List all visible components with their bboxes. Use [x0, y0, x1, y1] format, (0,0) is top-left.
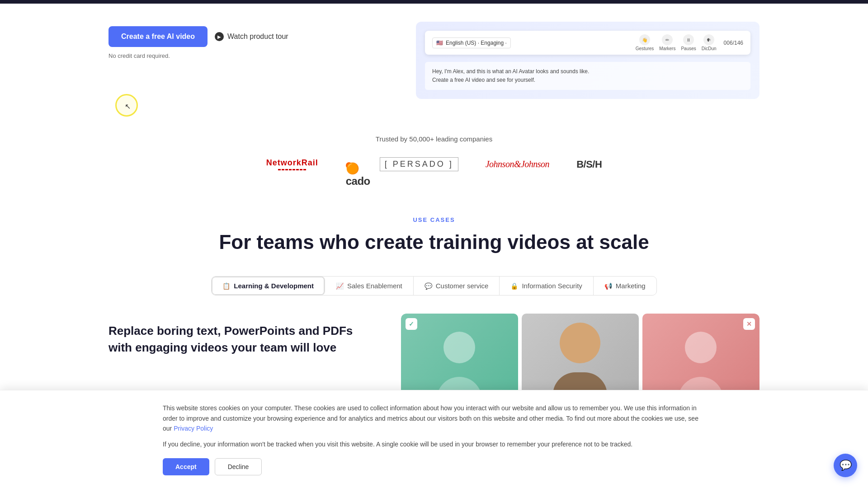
gestures-icon: 👋	[639, 34, 650, 45]
logos-row: NetworkRail 🟠cado [ PERSADO ] Johnson&Jo…	[0, 157, 868, 171]
preview-line1: Hey, I'm Alex, and this is what an AI Av…	[432, 67, 743, 76]
watch-product-tour-button[interactable]: ▶ Watch product tour	[215, 32, 288, 41]
marketing-tab-icon: 📢	[604, 282, 612, 290]
hero-buttons: Create a free AI video ▶ Watch product t…	[108, 26, 380, 47]
play-icon: ▶	[215, 32, 224, 41]
tab-learning-label: Learning & Development	[234, 282, 314, 290]
tab-sales-enablement[interactable]: 📈 Sales Enablement	[325, 277, 414, 295]
trusted-section: Trusted by 50,000+ leading companies Net…	[0, 126, 868, 189]
preview-text: Hey, I'm Alex, and this is what an AI Av…	[425, 62, 750, 90]
ocado-logo: 🟠cado	[345, 158, 353, 171]
tab-customer-label: Customer service	[436, 282, 489, 290]
pauses-icon: ⏸	[683, 34, 694, 45]
no-credit-card-text: No credit card required.	[108, 52, 380, 59]
avatar-head-green	[443, 332, 475, 363]
section-title: For teams who create training videos at …	[108, 230, 760, 254]
cursor-indicator: ↖	[115, 94, 138, 117]
security-tab-icon: 🔒	[510, 282, 518, 290]
preview-toolbar: 🇺🇸 English (US) · Engaging · 👋 Gestures …	[425, 31, 750, 55]
tab-marketing-label: Marketing	[616, 282, 646, 290]
persado-logo: [ PERSADO ]	[380, 157, 458, 171]
markers-control[interactable]: ✏ Markers	[659, 34, 675, 51]
photo-head	[560, 323, 600, 363]
preview-line2: Create a free AI video and see for yours…	[432, 76, 743, 84]
dicdun-control[interactable]: 🗣 DicDun	[702, 34, 717, 51]
hero-left: Create a free AI video ▶ Watch product t…	[108, 22, 380, 59]
flag-icon: 🇺🇸	[436, 40, 443, 46]
create-ai-video-button[interactable]: Create a free AI video	[108, 26, 208, 47]
chat-widget-button[interactable]: 💬	[834, 454, 857, 477]
avatar-head-pink	[685, 332, 717, 363]
tab-sales-label: Sales Enablement	[347, 282, 402, 290]
cursor-arrow-icon: ↖	[125, 102, 131, 111]
privacy-policy-link[interactable]: Privacy Policy	[174, 425, 213, 432]
cookie-decline-button[interactable]: Decline	[215, 458, 262, 475]
customer-tab-icon: 💬	[425, 282, 432, 290]
preview-lang-text: English (US) · Engaging ·	[446, 40, 507, 46]
tab-security-label: Information Security	[522, 282, 582, 290]
cookie-text-line1: This website stores cookies on your comp…	[163, 403, 705, 433]
preview-language: 🇺🇸 English (US) · Engaging ·	[432, 38, 511, 48]
bsi-logo: B/S/H	[576, 159, 602, 170]
section-tag: USE CASES	[108, 216, 760, 223]
cookie-text-line2: If you decline, your information won't b…	[163, 439, 705, 449]
markers-icon: ✏	[662, 34, 673, 45]
content-left: Replace boring text, PowerPoints and PDF…	[108, 314, 365, 365]
learning-tab-icon: 📋	[222, 282, 230, 290]
trusted-text: Trusted by 50,000+ leading companies	[0, 135, 868, 143]
cookie-banner: This website stores cookies on your comp…	[0, 390, 868, 488]
tab-marketing[interactable]: 📢 Marketing	[594, 277, 656, 295]
gestures-control[interactable]: 👋 Gestures	[636, 34, 654, 51]
preview-controls: 👋 Gestures ✏ Markers ⏸ Pauses 🗣 DicDun	[636, 34, 717, 51]
content-headline: Replace boring text, PowerPoints and PDF…	[108, 323, 365, 356]
pauses-control[interactable]: ⏸ Pauses	[681, 34, 696, 51]
sales-tab-icon: 📈	[336, 282, 344, 290]
tab-learning-development[interactable]: 📋 Learning & Development	[212, 277, 325, 295]
preview-counter: 006/146	[724, 40, 743, 46]
dicdun-icon: 🗣	[703, 34, 714, 45]
hero-preview: 🇺🇸 English (US) · Engaging · 👋 Gestures …	[416, 22, 760, 99]
tabs-row: 📋 Learning & Development 📈 Sales Enablem…	[211, 276, 656, 296]
tab-customer-service[interactable]: 💬 Customer service	[414, 277, 500, 295]
cookie-buttons: Accept Decline	[163, 458, 705, 475]
chat-widget-icon: 💬	[840, 460, 852, 471]
watch-btn-label: Watch product tour	[227, 33, 288, 41]
johnson-johnson-logo: Johnson&Johnson	[486, 159, 549, 169]
top-bar	[0, 0, 868, 4]
tab-information-security[interactable]: 🔒 Information Security	[500, 277, 593, 295]
networkrail-logo: NetworkRail	[266, 158, 318, 170]
tabs-container: 📋 Learning & Development 📈 Sales Enablem…	[108, 276, 760, 296]
cookie-accept-button[interactable]: Accept	[163, 458, 209, 475]
